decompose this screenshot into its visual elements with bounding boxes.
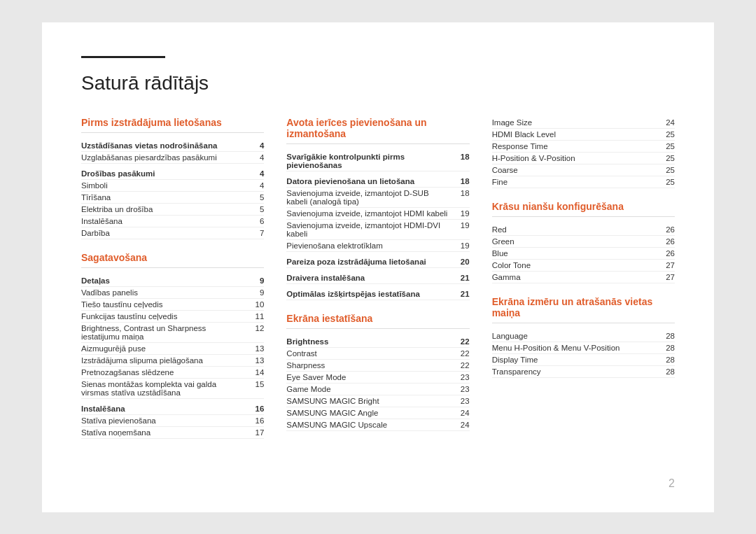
row-number: 25 xyxy=(662,142,675,150)
row-label: Tīrīšana xyxy=(81,193,251,202)
row-label: Simboli xyxy=(81,181,251,190)
row-number: 9 xyxy=(251,288,264,297)
row-label: Pareiza poza izstrādājuma lietošanai xyxy=(286,258,456,266)
col1-section1-rows: Uzstādīšanas vietas nodrošināšana4Uzglab… xyxy=(81,140,264,239)
table-row: Detaļas9 xyxy=(81,275,264,287)
col3-section3-rows: Language28Menu H-Position & Menu V-Posit… xyxy=(492,330,675,378)
row-label: Tiešo taustīnu ceļvedis xyxy=(81,300,251,309)
table-row: Menu H-Position & Menu V-Position28 xyxy=(492,342,675,354)
table-row: Blue26 xyxy=(492,248,675,260)
row-number: 28 xyxy=(662,356,675,364)
row-label: Display Time xyxy=(492,356,662,364)
table-row: Statīva pievienošana16 xyxy=(81,415,264,427)
row-number: 22 xyxy=(457,337,470,346)
row-label: Elektriba un drošība xyxy=(81,205,251,213)
row-label: Uzstādīšanas vietas nodrošināšana xyxy=(81,141,251,150)
row-number: 28 xyxy=(662,344,675,352)
title-bar xyxy=(81,56,165,58)
row-label: Detaļas xyxy=(81,276,251,285)
col3-section1-rows: Image Size24HDMI Black Level25Response T… xyxy=(492,117,675,188)
row-label: SAMSUNG MAGIC Upscale xyxy=(286,421,456,429)
table-row: Color Tone27 xyxy=(492,260,675,272)
row-label: Savienojuma izveide, izmantojot D-SUB ka… xyxy=(286,189,456,206)
row-number: 4 xyxy=(251,141,264,150)
row-label: Aizmugurējā puse xyxy=(81,344,251,353)
row-number: 27 xyxy=(662,273,675,281)
row-number: 26 xyxy=(662,225,675,234)
row-number: 4 xyxy=(251,153,264,162)
col2-section1-title: Avota ierīces pievienošana un izmantošan… xyxy=(286,117,469,144)
table-row: Pievienošana elektrotīklam19 xyxy=(286,240,469,252)
row-number: 11 xyxy=(251,312,264,321)
col1: Pirms izstrādājuma lietošanas Uzstādīšan… xyxy=(81,117,286,439)
row-label: Coarse xyxy=(492,166,662,174)
row-number: 4 xyxy=(251,169,264,178)
row-number: 6 xyxy=(251,217,264,225)
row-label: H-Position & V-Position xyxy=(492,154,662,162)
row-number: 26 xyxy=(662,237,675,246)
row-number: 7 xyxy=(251,229,264,237)
row-label: Green xyxy=(492,237,662,246)
row-number: 22 xyxy=(457,361,470,370)
row-label: Izstrādājuma slipuma pielāgošana xyxy=(81,356,251,365)
row-label: Contrast xyxy=(286,349,456,358)
table-row: Uzstādīšanas vietas nodrošināšana4 xyxy=(81,140,264,152)
row-number: 28 xyxy=(662,332,675,340)
table-row: Savienojuma izveide, izmantojot HDMI-DVI… xyxy=(286,220,469,240)
table-row: Contrast22 xyxy=(286,348,469,360)
row-label: Blue xyxy=(492,249,662,258)
table-row: Sienas montāžas komplekta vai galda virs… xyxy=(81,379,264,399)
row-number: 20 xyxy=(457,258,470,266)
table-row: Gamma27 xyxy=(492,272,675,283)
row-number: 18 xyxy=(457,189,470,197)
col2-section2-title: Ekrāna iestatīšana xyxy=(286,313,469,329)
row-number: 23 xyxy=(457,373,470,381)
table-row: Savienojuma izveide, izmantojot D-SUB ka… xyxy=(286,188,469,208)
row-number: 4 xyxy=(251,181,264,190)
col2-section2-rows: Brightness22Contrast22Sharpness22Eye Sav… xyxy=(286,336,469,431)
toc-columns: Pirms izstrādājuma lietošanas Uzstādīšan… xyxy=(81,117,675,439)
row-label: Language xyxy=(492,332,662,340)
page-number: 2 xyxy=(668,477,675,490)
table-row: Brightness, Contrast un Sharpness iestat… xyxy=(81,323,264,343)
table-row: Tiešo taustīnu ceļvedis10 xyxy=(81,299,264,311)
row-number: 28 xyxy=(662,367,675,376)
table-row: Green26 xyxy=(492,236,675,248)
row-label: Game Mode xyxy=(286,385,456,393)
row-label: Drošības pasākumi xyxy=(81,169,251,178)
row-number: 5 xyxy=(251,205,264,213)
table-row: SAMSUNG MAGIC Upscale24 xyxy=(286,419,469,431)
row-number: 24 xyxy=(457,409,470,417)
table-row: Draivera instalēšana21 xyxy=(286,272,469,284)
row-number: 19 xyxy=(457,209,470,218)
table-row: Simboli4 xyxy=(81,180,264,192)
page-title: Saturā rādītājs xyxy=(81,66,675,94)
table-row: Instalēšana6 xyxy=(81,216,264,227)
table-row: Instalēšana16 xyxy=(81,403,264,415)
row-label: Eye Saver Mode xyxy=(286,373,456,381)
row-label: Brightness xyxy=(286,337,456,346)
row-label: Savienojuma izveide, izmantojot HDMI-DVI… xyxy=(286,221,456,238)
table-row: Statīva noņemšana17 xyxy=(81,427,264,439)
row-number: 18 xyxy=(457,153,470,161)
row-number: 10 xyxy=(251,300,264,309)
table-row: Tīrīšana5 xyxy=(81,192,264,204)
col3-section2-title: Krāsu nianšu konfigurēšana xyxy=(492,201,675,217)
row-number: 16 xyxy=(251,405,264,413)
table-row: Red26 xyxy=(492,224,675,236)
row-number: 21 xyxy=(457,290,470,298)
row-number: 16 xyxy=(251,416,264,425)
row-number: 5 xyxy=(251,193,264,202)
table-row: Datora pievienošana un lietošana18 xyxy=(286,176,469,188)
table-row: SAMSUNG MAGIC Bright23 xyxy=(286,395,469,407)
table-row: Game Mode23 xyxy=(286,384,469,395)
row-label: Sienas montāžas komplekta vai galda virs… xyxy=(81,380,251,397)
table-row: Display Time28 xyxy=(492,354,675,366)
table-row: Image Size24 xyxy=(492,117,675,129)
row-number: 14 xyxy=(251,368,264,377)
table-row: HDMI Black Level25 xyxy=(492,129,675,141)
row-label: Statīva pievienošana xyxy=(81,416,251,425)
row-number: 9 xyxy=(251,276,264,285)
row-label: Transparency xyxy=(492,367,662,376)
col3-section3-title: Ekrāna izmēru un atrašanās vietas maiņa xyxy=(492,296,675,323)
